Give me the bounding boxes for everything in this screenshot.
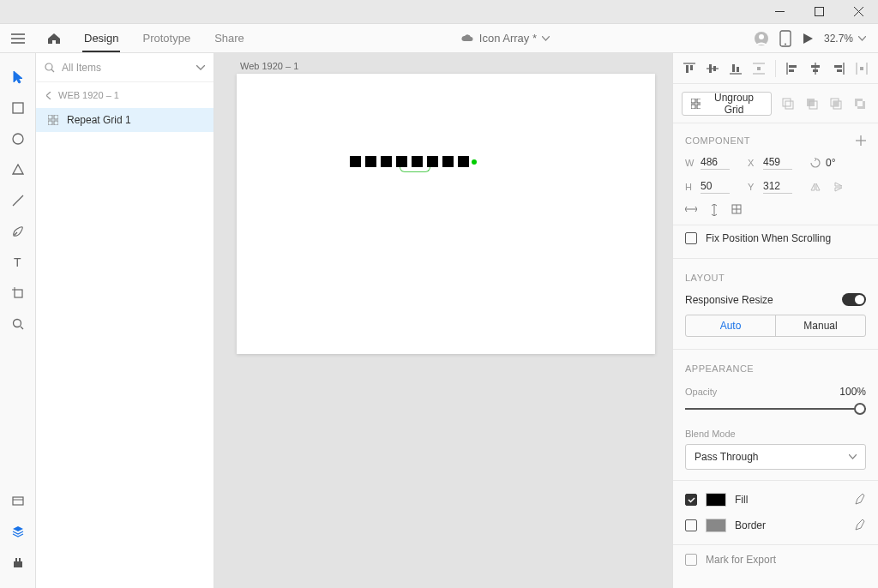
- align-right-icon[interactable]: [829, 59, 848, 78]
- repeat-grid-object[interactable]: [350, 156, 469, 167]
- width-field[interactable]: W486: [685, 156, 741, 170]
- responsive-resize-label: Responsive Resize: [685, 294, 773, 306]
- border-label: Border: [735, 519, 766, 531]
- ungroup-grid-button[interactable]: Ungroup Grid: [682, 92, 772, 116]
- ellipse-tool[interactable]: [0, 123, 36, 154]
- grid-cell: [365, 156, 376, 167]
- transform-section: W486 X459 0° H50 Y312: [673, 153, 878, 225]
- svg-line-19: [21, 327, 23, 329]
- svg-rect-0: [775, 11, 785, 12]
- tab-prototype[interactable]: Prototype: [130, 24, 202, 52]
- artboard-label[interactable]: Web 1920 – 1: [240, 61, 298, 71]
- layer-item-repeat-grid[interactable]: Repeat Grid 1: [36, 108, 213, 132]
- tab-share[interactable]: Share: [202, 24, 256, 52]
- top-toolbar: Design Prototype Share Icon Array * 32.7…: [0, 24, 878, 53]
- window-maximize-button[interactable]: [799, 0, 839, 24]
- plugins-panel-button[interactable]: [0, 547, 36, 578]
- chevron-left-icon: [46, 92, 51, 99]
- polygon-tool[interactable]: [0, 154, 36, 185]
- tool-rail: T: [0, 53, 36, 588]
- svg-rect-30: [54, 121, 58, 125]
- align-left-icon[interactable]: [783, 59, 802, 78]
- resize-mode-segment[interactable]: Auto Manual: [685, 315, 866, 337]
- svg-rect-65: [833, 101, 839, 106]
- fill-color-swatch[interactable]: [706, 493, 726, 507]
- mark-for-export-row[interactable]: Mark for Export: [673, 545, 878, 574]
- export-checkbox[interactable]: [685, 554, 697, 566]
- repeat-grid-handle[interactable]: [472, 159, 477, 165]
- align-bottom-icon[interactable]: [726, 59, 745, 78]
- tab-design[interactable]: Design: [72, 24, 130, 52]
- distribute-v-icon[interactable]: [749, 59, 768, 78]
- blend-mode-select[interactable]: Pass Through: [685, 444, 866, 470]
- eyedropper-icon[interactable]: [854, 494, 866, 506]
- scroll-v-icon[interactable]: [709, 204, 719, 216]
- boolean-exclude-icon[interactable]: [851, 94, 869, 113]
- select-tool[interactable]: [0, 62, 36, 93]
- fill-checkbox[interactable]: [685, 494, 697, 506]
- ungroup-label: Ungroup Grid: [706, 92, 762, 116]
- artboard-tool[interactable]: [0, 278, 36, 309]
- document-title[interactable]: Icon Array *: [256, 32, 754, 45]
- pen-tool[interactable]: [0, 216, 36, 247]
- boolean-intersect-icon[interactable]: [827, 94, 845, 113]
- assets-panel-button[interactable]: [0, 485, 36, 516]
- text-tool[interactable]: T: [0, 247, 36, 278]
- boolean-subtract-icon[interactable]: [803, 94, 821, 113]
- zoom-dropdown[interactable]: 32.7%: [824, 33, 866, 45]
- boolean-add-icon[interactable]: [779, 94, 797, 113]
- border-checkbox[interactable]: [685, 519, 697, 531]
- add-component-icon[interactable]: [856, 135, 866, 146]
- scroll-h-icon[interactable]: [685, 204, 697, 214]
- window-minimize-button[interactable]: [760, 0, 799, 24]
- rotation-field[interactable]: 0°: [810, 156, 866, 170]
- segment-manual[interactable]: Manual: [776, 315, 865, 336]
- svg-rect-47: [811, 65, 820, 68]
- svg-rect-24: [19, 558, 21, 561]
- fix-position-checkbox[interactable]: [685, 232, 697, 244]
- eyedropper-icon[interactable]: [854, 519, 866, 531]
- layers-search[interactable]: All Items: [36, 53, 213, 82]
- x-field[interactable]: X459: [748, 156, 803, 170]
- segment-auto[interactable]: Auto: [686, 315, 776, 336]
- border-row: Border: [673, 519, 878, 544]
- cloud-icon: [460, 33, 474, 44]
- border-color-swatch[interactable]: [706, 519, 726, 532]
- fix-position-row[interactable]: Fix Position When Scrolling: [673, 225, 878, 259]
- grid-icon: [691, 99, 701, 109]
- opacity-label: Opacity: [685, 387, 717, 397]
- desktop-preview-icon[interactable]: [802, 33, 814, 45]
- window-close-button[interactable]: [839, 0, 878, 24]
- layers-breadcrumb[interactable]: WEB 1920 – 1: [36, 82, 213, 108]
- svg-point-10: [785, 43, 786, 45]
- grid-cell: [442, 156, 454, 167]
- zoom-tool[interactable]: [0, 309, 36, 339]
- flip-buttons[interactable]: [810, 180, 866, 194]
- invite-icon[interactable]: [754, 31, 769, 46]
- mobile-preview-icon[interactable]: [779, 30, 791, 47]
- distribute-h-icon[interactable]: [852, 59, 871, 78]
- align-top-icon[interactable]: [680, 59, 699, 78]
- line-tool[interactable]: [0, 185, 36, 216]
- home-button[interactable]: [36, 24, 72, 52]
- svg-rect-29: [48, 121, 52, 125]
- canvas[interactable]: Web 1920 – 1: [214, 53, 672, 588]
- responsive-resize-toggle[interactable]: [842, 293, 866, 306]
- flip-h-icon: [810, 182, 821, 192]
- fill-row: Fill: [673, 481, 878, 519]
- rectangle-tool[interactable]: [0, 93, 36, 123]
- y-field[interactable]: Y312: [748, 180, 803, 194]
- svg-line-26: [51, 69, 54, 72]
- search-icon: [45, 63, 55, 73]
- layers-panel-button[interactable]: [0, 516, 36, 547]
- align-vcenter-icon[interactable]: [703, 59, 722, 78]
- selection-indicator: [400, 167, 430, 172]
- hamburger-menu-button[interactable]: [0, 24, 36, 52]
- artboard[interactable]: [237, 74, 655, 354]
- height-field[interactable]: H50: [685, 180, 741, 194]
- opacity-slider[interactable]: [685, 401, 866, 417]
- align-hcenter-icon[interactable]: [806, 59, 825, 78]
- svg-rect-23: [15, 558, 17, 561]
- scroll-both-icon[interactable]: [731, 204, 742, 214]
- grid-cell: [396, 156, 407, 167]
